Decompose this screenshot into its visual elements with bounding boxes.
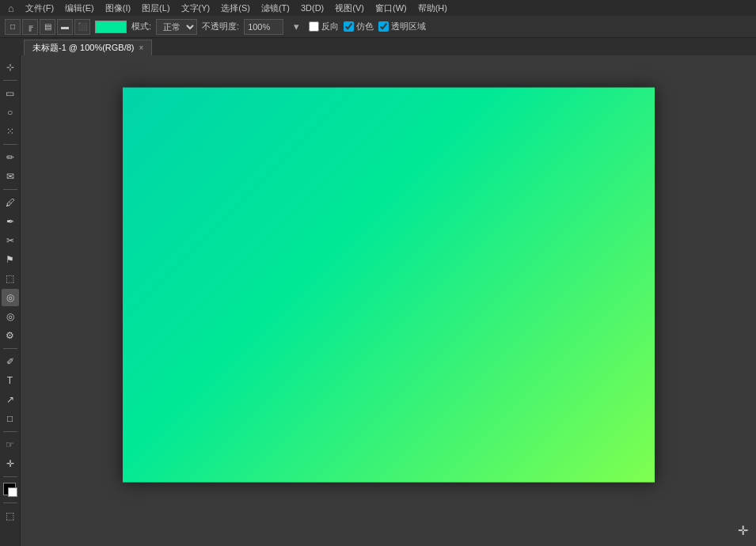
dither-label: 仿色 xyxy=(356,21,374,32)
shape-btn-add[interactable]: ╔ xyxy=(22,19,38,35)
shape-mode-group: □ ╔ ▤ ▬ ⬛ xyxy=(5,19,90,35)
reverse-checkbox-group: 反向 xyxy=(309,21,339,32)
menu-file[interactable]: 文件(F) xyxy=(21,1,59,16)
menu-layer[interactable]: 图层(L) xyxy=(137,1,174,16)
tool-dodge[interactable]: ⚙ xyxy=(2,327,19,344)
menu-edit[interactable]: 编辑(E) xyxy=(60,1,99,16)
menu-text[interactable]: 文字(Y) xyxy=(177,1,215,16)
tool-marquee[interactable]: ▭ xyxy=(2,85,19,102)
opacity-input[interactable] xyxy=(244,19,283,35)
transparency-checkbox[interactable] xyxy=(378,21,389,32)
opacity-dropdown-icon[interactable]: ▾ xyxy=(288,19,304,35)
dither-checkbox[interactable] xyxy=(344,21,354,32)
transparency-checkbox-group: 透明区域 xyxy=(378,21,426,32)
toolbar-separator-7 xyxy=(3,502,17,503)
menu-bar: ⌂ 文件(F) 编辑(E) 图像(I) 图层(L) 文字(Y) 选择(S) 滤镜… xyxy=(0,0,756,16)
tab-close-button[interactable]: × xyxy=(139,44,144,52)
menu-filter[interactable]: 滤镜(T) xyxy=(256,1,294,16)
menu-image[interactable]: 图像(I) xyxy=(101,1,135,16)
toolbar-separator-3 xyxy=(3,189,17,190)
opacity-label: 不透明度: xyxy=(202,21,239,32)
gradient-color-swatch[interactable] xyxy=(95,21,127,33)
menu-select[interactable]: 选择(S) xyxy=(216,1,255,16)
tool-lasso[interactable]: ○ xyxy=(2,104,19,121)
toolbar-separator-2 xyxy=(3,144,17,145)
left-toolbar: ⊹ ▭ ○ ⁙ ✏ ✉ 🖊 ✒ ✂ ⚑ ⬚ ◎ ◎ ⚙ ✐ T ↗ □ ☞ ✛ … xyxy=(0,55,21,546)
tool-brush[interactable]: ✒ xyxy=(2,213,19,230)
tool-history-brush[interactable]: ⚑ xyxy=(2,251,19,268)
toolbar-separator-6 xyxy=(3,476,17,477)
tool-gradient[interactable]: ◎ xyxy=(2,289,19,306)
toolbar-separator-5 xyxy=(3,431,17,432)
tab-bar: 未标题-1 @ 100%(RGB/8) × xyxy=(0,38,756,55)
tool-eraser[interactable]: ⬚ xyxy=(2,270,19,287)
tool-blur[interactable]: ◎ xyxy=(2,308,19,325)
tool-pen[interactable]: ✐ xyxy=(2,353,19,370)
menu-view[interactable]: 视图(V) xyxy=(330,1,369,16)
foreground-background-colors[interactable] xyxy=(2,481,19,499)
toolbar-separator-4 xyxy=(3,348,17,349)
crosshair-indicator: ✛ xyxy=(738,523,748,538)
menu-3d[interactable]: 3D(D) xyxy=(296,2,329,14)
tab-title: 未标题-1 @ 100%(RGB/8) xyxy=(32,42,135,54)
blend-mode-select[interactable]: 正常 溶解 变暗 xyxy=(156,19,197,35)
home-icon[interactable]: ⌂ xyxy=(3,0,19,16)
main-layout: ⊹ ▭ ○ ⁙ ✏ ✉ 🖊 ✒ ✂ ⚑ ⬚ ◎ ◎ ⚙ ✐ T ↗ □ ☞ ✛ … xyxy=(0,55,756,546)
shape-btn-new[interactable]: □ xyxy=(5,19,21,35)
shape-btn-intersect[interactable]: ▬ xyxy=(57,19,73,35)
document-tab[interactable]: 未标题-1 @ 100%(RGB/8) × xyxy=(24,40,152,55)
tool-crop[interactable]: ✏ xyxy=(2,149,19,166)
background-color[interactable] xyxy=(8,487,17,497)
shape-btn-subtract[interactable]: ▤ xyxy=(40,19,55,35)
toolbar-separator-1 xyxy=(3,80,17,81)
tool-magic-wand[interactable]: ⁙ xyxy=(2,123,19,140)
tool-shape[interactable]: □ xyxy=(2,410,19,427)
menu-window[interactable]: 窗口(W) xyxy=(370,1,412,16)
canvas-wrapper xyxy=(123,88,655,483)
tool-zoom[interactable]: ✛ xyxy=(2,455,19,472)
dither-checkbox-group: 仿色 xyxy=(344,21,374,32)
menu-help[interactable]: 帮助(H) xyxy=(413,1,452,16)
reverse-label: 反向 xyxy=(321,21,339,32)
canvas-area[interactable]: ✛ xyxy=(21,55,756,546)
options-bar: □ ╔ ▤ ▬ ⬛ 模式: 正常 溶解 变暗 不透明度: ▾ 反向 仿色 透明区… xyxy=(0,16,756,38)
transparency-label: 透明区域 xyxy=(391,21,426,32)
shape-btn-exclude[interactable]: ⬛ xyxy=(74,19,90,35)
tool-move[interactable]: ⊹ xyxy=(2,59,19,76)
tool-healing-brush[interactable]: 🖊 xyxy=(2,194,19,211)
tool-quick-mask[interactable]: ⬚ xyxy=(2,507,19,525)
tool-hand[interactable]: ☞ xyxy=(2,436,19,453)
tool-clone-stamp[interactable]: ✂ xyxy=(2,232,19,249)
tool-path-selection[interactable]: ↗ xyxy=(2,391,19,408)
mode-label: 模式: xyxy=(131,21,151,32)
canvas-document xyxy=(123,88,655,483)
tool-eyedropper[interactable]: ✉ xyxy=(2,168,19,185)
reverse-checkbox[interactable] xyxy=(309,21,319,32)
tool-text[interactable]: T xyxy=(2,372,19,389)
